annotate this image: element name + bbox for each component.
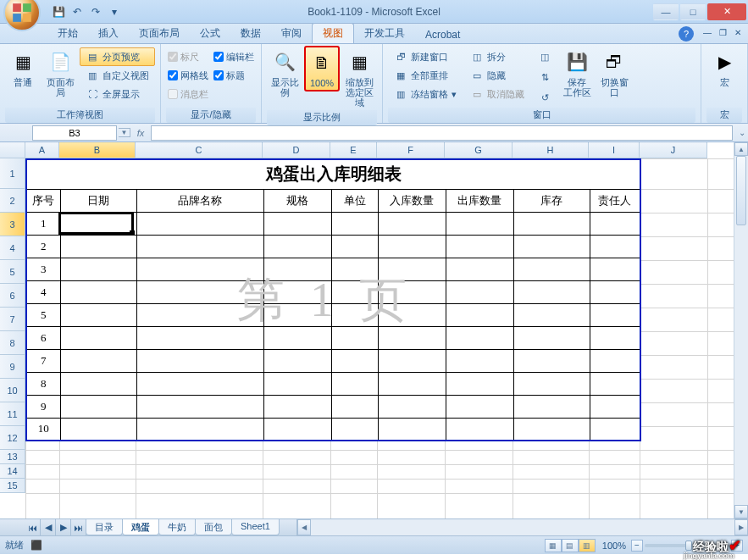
row-header-8[interactable]: 8 xyxy=(0,331,25,355)
mdi-minimize[interactable]: — xyxy=(701,26,714,38)
save-workspace-button[interactable]: 💾 保存工作区 xyxy=(559,46,595,100)
sheet-tab-Sheet1[interactable]: Sheet1 xyxy=(231,519,280,535)
view-side-1[interactable]: ◫ xyxy=(532,47,557,66)
sheet-tab-目录[interactable]: 目录 xyxy=(86,519,123,535)
zoom-out-button[interactable]: − xyxy=(631,540,643,552)
grid-wrap: ABCDEFGHIJ 123456789101112131415 鸡蛋出入库明细… xyxy=(0,142,748,518)
column-header-D[interactable]: D xyxy=(263,142,330,158)
formula-bar-expand[interactable]: ⌄ xyxy=(736,128,748,137)
tab-review[interactable]: 审阅 xyxy=(271,24,312,43)
row-header-3[interactable]: 3 xyxy=(0,213,25,236)
normal-view-button[interactable]: ▦ 普通 xyxy=(5,46,41,90)
custom-views-button[interactable]: ▥自定义视图 xyxy=(80,66,155,85)
zoom-thumb[interactable] xyxy=(685,541,692,551)
column-header-I[interactable]: I xyxy=(589,142,640,158)
page-layout-button[interactable]: 📄 页面布局 xyxy=(42,46,78,100)
row-header-10[interactable]: 10 xyxy=(0,379,25,402)
vertical-scrollbar[interactable]: ▲ ▼ xyxy=(734,142,748,518)
column-header-H[interactable]: H xyxy=(513,142,589,158)
formula-input[interactable] xyxy=(151,125,733,141)
tab-acrobat[interactable]: Acrobat xyxy=(415,26,470,43)
row-header-13[interactable]: 13 xyxy=(0,450,25,464)
column-header-C[interactable]: C xyxy=(136,142,263,158)
gridlines-checkbox[interactable]: 网格线 xyxy=(166,66,210,85)
cells-area[interactable]: 鸡蛋出入库明细表序号日期品牌名称规格单位入库数量出库数量库存责任人1234567… xyxy=(25,158,734,518)
office-logo-icon xyxy=(11,2,33,24)
qat-undo-icon[interactable]: ↶ xyxy=(69,4,85,19)
column-header-G[interactable]: G xyxy=(445,142,513,158)
macros-button[interactable]: ▶ 宏 xyxy=(706,46,742,90)
sheet-tab-牛奶[interactable]: 牛奶 xyxy=(158,519,196,535)
normal-view-label: 普通 xyxy=(14,77,32,87)
row-header-9[interactable]: 9 xyxy=(0,355,25,379)
select-all-button[interactable] xyxy=(0,142,25,158)
zoom-100-button[interactable]: 🗎 100% xyxy=(304,46,340,91)
scroll-left-button[interactable]: ◀ xyxy=(297,519,311,535)
column-header-A[interactable]: A xyxy=(25,142,59,158)
tab-view[interactable]: 视图 xyxy=(312,23,354,43)
fx-button[interactable]: fx xyxy=(130,128,151,138)
minimize-button[interactable]: — xyxy=(653,3,679,20)
sheet-nav-prev[interactable]: ◀ xyxy=(41,519,56,535)
horizontal-scrollbar[interactable]: ◀ ▶ xyxy=(296,519,748,535)
sheet-tab-鸡蛋[interactable]: 鸡蛋 xyxy=(122,519,159,535)
view-side-3[interactable]: ↺ xyxy=(532,88,557,107)
row-header-4[interactable]: 4 xyxy=(0,236,25,260)
scroll-down-button[interactable]: ▼ xyxy=(734,505,748,518)
sheet-nav-last[interactable]: ⏭ xyxy=(71,519,86,535)
row-header-12[interactable]: 12 xyxy=(0,426,25,450)
tab-developer[interactable]: 开发工具 xyxy=(354,24,415,43)
switch-window-button[interactable]: 🗗 切换窗口 xyxy=(596,46,632,100)
tab-formulas[interactable]: 公式 xyxy=(190,24,230,43)
scroll-right-button[interactable]: ▶ xyxy=(734,519,748,535)
sheet-tab-面包[interactable]: 面包 xyxy=(195,519,232,535)
qat-customize-icon[interactable]: ▾ xyxy=(107,4,122,19)
row-header-2[interactable]: 2 xyxy=(0,189,25,213)
row-header-14[interactable]: 14 xyxy=(0,464,25,479)
custom-views-icon: ▥ xyxy=(86,70,99,81)
view-pagebreak-shortcut[interactable]: ▥ xyxy=(579,539,596,552)
zoom-button[interactable]: 🔍 显示比例 xyxy=(267,46,302,100)
zoom-level[interactable]: 100% xyxy=(602,541,626,551)
sheet-nav-first[interactable]: ⏮ xyxy=(25,519,41,535)
hide-button[interactable]: ▭隐藏 xyxy=(464,66,530,85)
page-break-preview-button[interactable]: ▤分页预览 xyxy=(80,47,155,66)
row-header-15[interactable]: 15 xyxy=(0,479,25,493)
freeze-panes-button[interactable]: ▥冻结窗格 ▾ xyxy=(388,85,463,103)
mdi-close[interactable]: ✕ xyxy=(731,26,745,38)
view-normal-shortcut[interactable]: ▦ xyxy=(545,539,562,552)
close-button[interactable]: ✕ xyxy=(707,3,746,20)
view-pagelayout-shortcut[interactable]: ▤ xyxy=(562,539,579,552)
tab-insert[interactable]: 插入 xyxy=(88,24,129,43)
row-header-5[interactable]: 5 xyxy=(0,260,25,284)
view-side-2[interactable]: ⇅ xyxy=(532,68,557,86)
tab-data[interactable]: 数据 xyxy=(230,24,271,43)
column-header-E[interactable]: E xyxy=(330,142,377,158)
help-button[interactable]: ? xyxy=(679,26,694,42)
full-screen-button[interactable]: ⛶全屏显示 xyxy=(80,85,155,103)
tab-page-layout[interactable]: 页面布局 xyxy=(129,24,190,43)
row-header-1[interactable]: 1 xyxy=(0,158,25,189)
row-header-11[interactable]: 11 xyxy=(0,402,25,426)
tab-home[interactable]: 开始 xyxy=(47,24,88,43)
column-header-B[interactable]: B xyxy=(59,142,136,158)
column-header-J[interactable]: J xyxy=(640,142,707,158)
column-header-F[interactable]: F xyxy=(377,142,445,158)
name-box-dropdown[interactable]: ▼ xyxy=(119,128,130,137)
scroll-up-button[interactable]: ▲ xyxy=(734,142,748,156)
name-box[interactable]: B3 xyxy=(32,125,117,141)
arrange-all-button[interactable]: ▦全部重排 xyxy=(388,66,463,85)
qat-redo-icon[interactable]: ↷ xyxy=(88,4,103,19)
maximize-button[interactable]: □ xyxy=(680,3,706,20)
headings-checkbox[interactable]: 标题 xyxy=(212,66,256,85)
status-record-icon[interactable]: ⬛ xyxy=(30,540,42,551)
row-header-7[interactable]: 7 xyxy=(0,308,25,331)
qat-save-icon[interactable]: 💾 xyxy=(51,4,66,19)
mdi-restore[interactable]: ❐ xyxy=(716,26,729,38)
new-window-button[interactable]: 🗗新建窗口 xyxy=(388,47,463,66)
sheet-nav-next[interactable]: ▶ xyxy=(56,519,71,535)
formula-bar-checkbox[interactable]: 编辑栏 xyxy=(212,47,256,66)
zoom-selection-button[interactable]: ▦ 缩放到选定区域 xyxy=(341,46,377,110)
split-button[interactable]: ◫拆分 xyxy=(464,47,530,66)
row-header-6[interactable]: 6 xyxy=(0,284,25,308)
